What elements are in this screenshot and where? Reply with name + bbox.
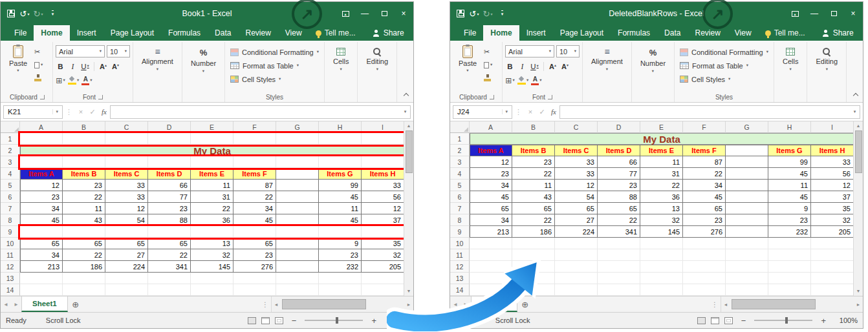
grid-cell[interactable]: [555, 273, 598, 284]
grid-cell[interactable]: 23: [683, 214, 726, 226]
scroll-left-icon[interactable]: ◄: [272, 296, 281, 312]
column-header-I[interactable]: I: [362, 121, 404, 133]
grid-cell[interactable]: [598, 284, 640, 296]
column-header-F[interactable]: F: [683, 121, 726, 133]
number-button[interactable]: % Number ▾: [635, 43, 671, 102]
grid-cell[interactable]: [726, 168, 768, 180]
bold-button[interactable]: B: [505, 61, 515, 72]
alignment-button[interactable]: ≡ Alignment ▾: [136, 43, 179, 102]
vertical-scrollbar[interactable]: ▲ ▼: [853, 121, 863, 296]
header-cell[interactable]: Items D: [148, 168, 191, 180]
grid-cell[interactable]: 45: [768, 168, 811, 180]
grid-cell[interactable]: 66: [598, 156, 640, 168]
grid-cell[interactable]: 31: [640, 168, 683, 180]
cut-button[interactable]: ✂: [483, 47, 499, 57]
header-cell[interactable]: Items C: [555, 145, 598, 156]
customize-qat-button[interactable]: ▾: [45, 6, 58, 21]
grid-cell[interactable]: 45: [683, 191, 726, 203]
grid-cell[interactable]: 22: [63, 249, 105, 261]
table-title-cell[interactable]: My Data: [470, 133, 853, 145]
column-header-E[interactable]: E: [191, 121, 233, 133]
conditional-formatting-button[interactable]: Conditional Formatting▾: [677, 45, 771, 59]
grid-cell[interactable]: 11: [63, 203, 105, 214]
grid-cell[interactable]: 99: [319, 180, 362, 191]
font-dialog-launcher[interactable]: [548, 95, 552, 99]
underline-button[interactable]: U▾: [80, 61, 90, 72]
grid-cell[interactable]: 12: [470, 156, 512, 168]
tab-view[interactable]: View: [728, 25, 759, 41]
grid-cell[interactable]: 87: [233, 180, 276, 191]
grid-cell[interactable]: [726, 249, 768, 261]
grid-cell[interactable]: [768, 261, 811, 273]
paste-button[interactable]: Paste ▾: [454, 43, 481, 83]
grid-cell[interactable]: 23: [148, 203, 191, 214]
undo-button[interactable]: ↺▾: [468, 6, 481, 21]
formula-bar-expand-icon[interactable]: ▾: [400, 105, 411, 119]
grid-cell[interactable]: 11: [319, 203, 362, 214]
grid-cell[interactable]: [276, 261, 319, 273]
grid-cell[interactable]: [555, 249, 598, 261]
tab-formulas[interactable]: Formulas: [161, 25, 208, 41]
grid-cell[interactable]: 35: [811, 203, 853, 214]
grid-cell[interactable]: [726, 214, 768, 226]
grid-cell[interactable]: [726, 284, 768, 296]
column-header-B[interactable]: B: [512, 121, 555, 133]
tab-home[interactable]: Home: [483, 25, 519, 41]
page-break-view-button[interactable]: [275, 317, 283, 324]
scroll-up-icon[interactable]: ▲: [407, 123, 411, 129]
font-dialog-launcher[interactable]: [98, 95, 103, 99]
row-header-5[interactable]: 5: [1, 180, 20, 191]
grid-cell[interactable]: [726, 156, 768, 168]
grid-cell[interactable]: [555, 261, 598, 273]
grid-cell[interactable]: 65: [20, 238, 63, 249]
tell-me-box[interactable]: Tell me...: [309, 25, 362, 41]
grid-cell[interactable]: 213: [20, 261, 63, 273]
column-header-A[interactable]: A: [20, 121, 63, 133]
scroll-down-icon[interactable]: ▼: [856, 288, 861, 295]
grid-cell[interactable]: 23: [20, 191, 63, 203]
column-header-C[interactable]: C: [105, 121, 148, 133]
grid-cell[interactable]: [276, 284, 319, 296]
grid-cell[interactable]: [233, 273, 276, 284]
cells-button[interactable]: Cells ▾: [777, 43, 804, 102]
grid-cell[interactable]: [640, 273, 683, 284]
grid-cell[interactable]: 22: [683, 168, 726, 180]
grid-cell[interactable]: [105, 156, 148, 168]
name-box[interactable]: J24▾: [453, 105, 512, 119]
grid-cell[interactable]: 87: [683, 156, 726, 168]
grid-cell[interactable]: 54: [555, 191, 598, 203]
grid-cell[interactable]: [683, 273, 726, 284]
grid-cell[interactable]: [726, 273, 768, 284]
copy-button[interactable]: ▾: [33, 59, 50, 70]
grid-cell[interactable]: 33: [105, 191, 148, 203]
grid-cell[interactable]: [362, 133, 404, 145]
grid-cell[interactable]: [683, 284, 726, 296]
normal-view-button[interactable]: [697, 317, 706, 324]
grid-cell[interactable]: 65: [555, 203, 598, 214]
collapse-ribbon-button[interactable]: [404, 91, 408, 99]
tab-insert[interactable]: Insert: [519, 25, 553, 41]
grid-cell[interactable]: 88: [148, 214, 191, 226]
sheet-nav-right-button[interactable]: ►: [11, 296, 21, 312]
row-header-2[interactable]: 2: [450, 145, 470, 156]
increase-font-button[interactable]: [548, 61, 558, 72]
grid-cell[interactable]: 65: [683, 203, 726, 214]
grid-cell[interactable]: 65: [105, 238, 148, 249]
grid-cell[interactable]: 12: [362, 203, 404, 214]
grid-cell[interactable]: [63, 284, 105, 296]
alignment-button[interactable]: ≡ Alignment ▾: [585, 43, 629, 102]
font-color-button[interactable]: ▾: [81, 75, 92, 86]
grid-cell[interactable]: 22: [512, 214, 555, 226]
grid-cell[interactable]: [768, 249, 811, 261]
grid-cell[interactable]: 65: [148, 238, 191, 249]
grid-cell[interactable]: [20, 273, 63, 284]
grid-cell[interactable]: [276, 156, 319, 168]
column-header-D[interactable]: D: [598, 121, 640, 133]
zoom-slider-thumb[interactable]: [336, 317, 338, 324]
underline-button[interactable]: U▾: [530, 61, 539, 72]
formula-input[interactable]: [559, 105, 850, 119]
column-header-H[interactable]: H: [768, 121, 811, 133]
row-header-8[interactable]: 8: [1, 214, 20, 226]
tab-home[interactable]: Home: [34, 25, 69, 41]
minimize-button[interactable]: —: [805, 2, 824, 25]
